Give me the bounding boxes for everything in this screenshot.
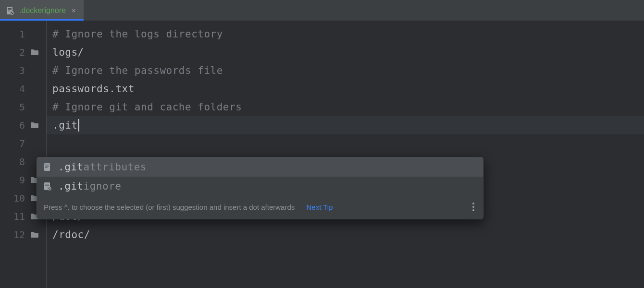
gutter-row: 12 [0,226,46,244]
next-tip-link[interactable]: Next Tip [306,203,333,211]
svg-rect-13 [45,185,49,185]
code-line[interactable]: # Ignore git and cache folders [47,98,644,116]
svg-rect-10 [45,167,48,168]
file-tab[interactable]: .dockerignore × [0,0,84,21]
autocomplete-item[interactable]: .gitignore [37,177,483,196]
code-text: /rdoc/ [52,229,90,240]
code-text: passwords.txt [52,83,135,95]
line-number: 4 [13,83,25,95]
code-line[interactable]: logs/ [47,43,644,61]
file-tab-label: .dockerignore [19,6,66,15]
gutter-row: 5 [0,98,46,116]
folder-icon [30,48,39,57]
line-number: 5 [13,101,25,113]
autocomplete-item-label: .gitignore [58,180,121,192]
gutter-row: 6 [0,116,46,134]
code-area[interactable]: # Ignore the logs directorylogs/# Ignore… [47,21,644,288]
gutter-icon-placeholder [30,139,39,148]
line-number: 3 [13,65,25,76]
code-line[interactable]: # Ignore the passwords file [47,61,644,80]
comment-text: # Ignore the logs directory [52,28,223,40]
svg-rect-8 [45,165,49,165]
tab-bar: .dockerignore × [0,0,644,21]
dockerignore-file-icon [6,6,14,15]
gutter-icon-placeholder [30,29,39,39]
line-number: 10 [13,192,25,204]
code-line[interactable]: /rdoc/ [47,226,644,244]
gutter-icon-placeholder [30,66,39,75]
gutter-row: 3 [0,61,46,80]
autocomplete-hint: Press ^. to choose the selected (or firs… [44,203,295,211]
code-text: logs/ [52,47,84,58]
line-number: 6 [13,120,25,131]
gutter-row: 7 [0,134,46,153]
svg-rect-12 [45,184,49,184]
folder-icon [30,120,39,130]
cursor-caret [78,119,79,132]
line-number: 12 [13,229,25,240]
code-line[interactable] [47,134,644,153]
code-text: .git [52,120,78,131]
line-number: 8 [13,156,25,168]
autocomplete-footer: Press ^. to choose the selected (or firs… [37,196,483,219]
gutter-row: 4 [0,80,46,98]
line-number: 1 [13,28,25,40]
ignore-file-icon [43,181,52,191]
code-line[interactable]: # Ignore the logs directory [47,25,644,43]
comment-text: # Ignore the passwords file [52,65,223,76]
line-number: 7 [13,138,25,149]
folder-icon [30,230,39,240]
gutter-icon-placeholder [30,84,39,94]
gutter-row: 1 [0,25,46,43]
autocomplete-popup: .gitattributes.gitignore Press ^. to cho… [37,157,483,219]
line-number: 11 [13,211,25,222]
active-tab-underline [0,19,84,21]
code-editor[interactable]: 123456789101112 # Ignore the logs direct… [0,21,644,288]
svg-rect-3 [8,11,10,11]
autocomplete-menu-icon[interactable] [471,201,476,213]
svg-rect-9 [45,166,49,166]
line-number: 9 [13,174,25,186]
code-line[interactable]: passwords.txt [47,80,644,98]
comment-text: # Ignore git and cache folders [52,101,242,113]
code-line[interactable]: .git [47,116,644,134]
close-tab-icon[interactable]: × [71,6,77,15]
gutter-row: 2 [0,43,46,61]
line-number: 2 [13,47,25,58]
autocomplete-item[interactable]: .gitattributes [37,157,483,177]
svg-rect-2 [8,9,12,10]
autocomplete-item-label: .gitattributes [58,161,147,173]
gutter: 123456789101112 [0,21,46,288]
gutter-icon-placeholder [30,102,39,112]
file-icon [43,162,52,172]
svg-rect-1 [8,8,12,9]
